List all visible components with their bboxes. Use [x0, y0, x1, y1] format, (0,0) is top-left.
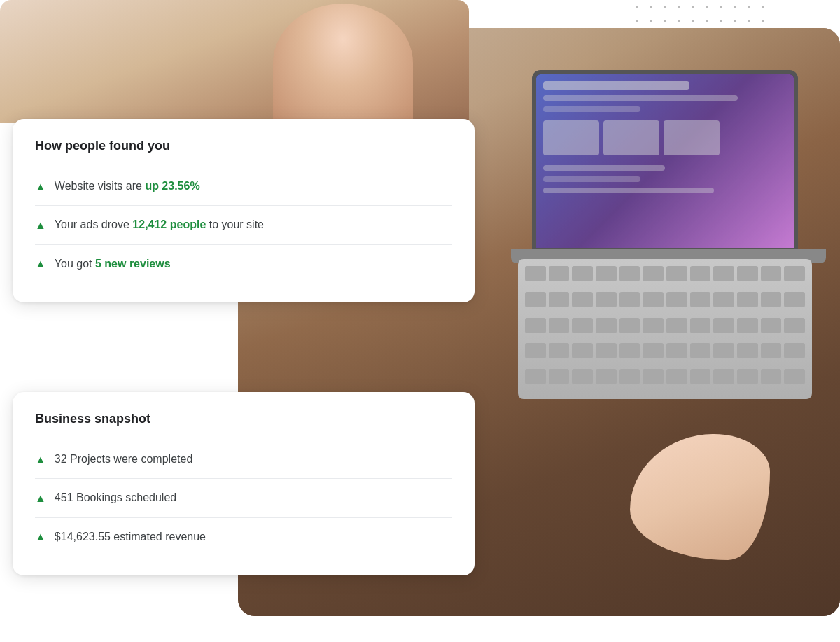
bookings-scheduled-text: 451 Bookings scheduled	[55, 490, 176, 505]
up-arrow-icon: ▲	[35, 258, 46, 270]
website-visits-text: Website visits are up 23.56%	[55, 179, 200, 194]
projects-completed-text: 32 Projects were completed	[55, 452, 192, 467]
ads-drove-text: Your ads drove 12,412 people to your sit…	[55, 217, 264, 232]
how-people-found-you-card: How people found you ▲ Website visits ar…	[13, 119, 475, 302]
up-arrow-icon: ▲	[35, 492, 46, 505]
up-arrow-icon: ▲	[35, 531, 46, 543]
up-arrow-icon: ▲	[35, 454, 46, 466]
card-bottom-title: Business snapshot	[35, 412, 452, 426]
list-item: ▲ You got 5 new reviews	[35, 245, 452, 283]
scene: How people found you ▲ Website visits ar…	[0, 0, 840, 642]
laptop-keyboard	[518, 259, 812, 399]
top-photo-strip	[0, 0, 469, 123]
list-item: ▲ 451 Bookings scheduled	[35, 479, 452, 517]
list-item: ▲ Your ads drove 12,412 people to your s…	[35, 206, 452, 244]
list-item: ▲ 32 Projects were completed	[35, 440, 452, 479]
laptop-screen	[532, 70, 798, 252]
ads-drove-highlight: 12,412 people	[132, 218, 206, 230]
new-reviews-text: You got 5 new reviews	[55, 256, 171, 272]
business-snapshot-card: Business snapshot ▲ 32 Projects were com…	[13, 392, 475, 575]
card-top-title: How people found you	[35, 139, 452, 153]
website-visits-highlight: up 23.56%	[145, 180, 200, 192]
up-arrow-icon: ▲	[35, 181, 46, 193]
new-reviews-highlight: 5 new reviews	[95, 258, 171, 270]
list-item: ▲ $14,623.55 estimated revenue	[35, 518, 452, 556]
list-item: ▲ Website visits are up 23.56%	[35, 167, 452, 206]
estimated-revenue-text: $14,623.55 estimated revenue	[55, 529, 206, 545]
up-arrow-icon: ▲	[35, 219, 46, 232]
